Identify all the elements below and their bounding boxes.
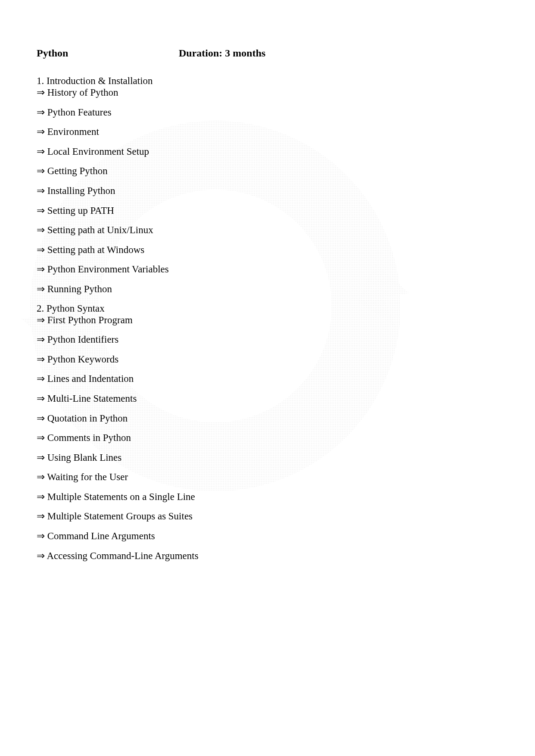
list-item: ⇒ Setting up PATH [37,205,498,217]
list-item: ⇒ Installing Python [37,185,498,197]
section-1: 1. Introduction & Installation ⇒ History… [37,75,498,295]
list-item: ⇒ History of Python [37,87,498,99]
list-item: ⇒ First Python Program [37,314,498,326]
section-1-title: 1. Introduction & Installation [37,75,498,87]
list-item: ⇒ Local Environment Setup [37,146,498,158]
course-duration: Duration: 3 months [179,47,265,59]
list-item: ⇒ Python Environment Variables [37,263,498,275]
list-item: ⇒ Command Line Arguments [37,530,498,542]
list-item: ⇒ Quotation in Python [37,412,498,425]
list-item: ⇒ Running Python [37,283,498,295]
section-2: 2. Python Syntax ⇒ First Python Program … [37,303,498,562]
course-title: Python [37,47,179,59]
list-item: ⇒ Python Features [37,106,498,119]
list-item: ⇒ Environment [37,126,498,138]
list-item: ⇒ Multi-Line Statements [37,393,498,405]
list-item: ⇒ Accessing Command-Line Arguments [37,550,498,562]
list-item: ⇒ Setting path at Windows [37,244,498,256]
list-item: ⇒ Comments in Python [37,432,498,444]
list-item: ⇒ Lines and Indentation [37,373,498,385]
header-row: Python Duration: 3 months [37,47,498,59]
list-item: ⇒ Getting Python [37,165,498,177]
section-2-title: 2. Python Syntax [37,303,498,314]
list-item: ⇒ Setting path at Unix/Linux [37,224,498,236]
list-item: ⇒ Using Blank Lines [37,452,498,464]
list-item: ⇒ Multiple Statements on a Single Line [37,491,498,503]
list-item: ⇒ Multiple Statement Groups as Suites [37,510,498,522]
list-item: ⇒ Python Keywords [37,353,498,366]
page-content: Python Duration: 3 months 1. Introductio… [0,0,535,562]
list-item: ⇒ Python Identifiers [37,334,498,346]
list-item: ⇒ Waiting for the User [37,471,498,483]
